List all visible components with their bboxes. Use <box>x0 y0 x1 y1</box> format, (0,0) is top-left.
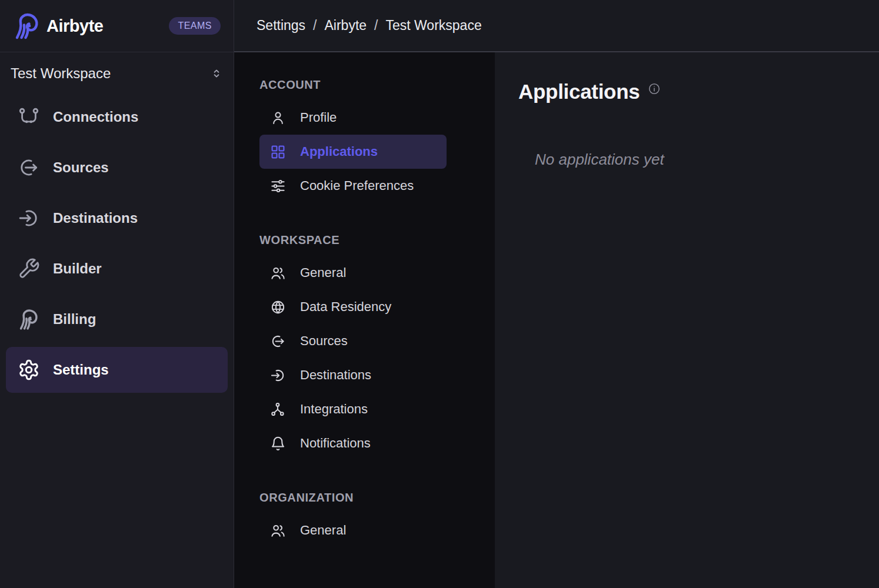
sidebar-item-label: Settings <box>53 362 109 378</box>
settings-item-label: Applications <box>300 144 378 159</box>
sidebar-item-destinations[interactable]: Destinations <box>6 195 228 241</box>
settings-item-applications[interactable]: Applications <box>259 135 447 169</box>
globe-icon <box>270 299 286 315</box>
settings-item-label: Cookie Preferences <box>300 178 414 193</box>
source-icon <box>270 333 286 349</box>
chevron-up-down-icon <box>210 67 223 80</box>
settings-item-cookie-preferences[interactable]: Cookie Preferences <box>259 169 447 203</box>
settings-item-workspace-general[interactable]: General <box>259 256 447 290</box>
section-title-workspace: WORKSPACE <box>259 233 495 247</box>
settings-section-organization: ORGANIZATION General <box>234 491 495 547</box>
brand-header[interactable]: Airbyte TEAMS <box>0 0 234 52</box>
airbyte-octopus-icon <box>18 308 40 330</box>
bell-icon <box>270 436 286 452</box>
breadcrumb-bar: Settings / Airbyte / Test Workspace <box>234 0 879 52</box>
empty-state-message: No applications yet <box>535 151 861 169</box>
section-title-account: ACCOUNT <box>259 78 495 92</box>
breadcrumb-test-workspace[interactable]: Test Workspace <box>385 18 481 34</box>
sidebar-item-label: Destinations <box>53 210 138 226</box>
settings-nav: ACCOUNT Profile Applications Cookie Pref… <box>234 52 495 588</box>
destination-icon <box>270 368 286 383</box>
workspace-name: Test Workspace <box>11 65 210 82</box>
settings-item-destinations[interactable]: Destinations <box>259 358 447 392</box>
main-content: Applications No applications yet <box>495 52 879 588</box>
breadcrumb-separator: / <box>313 18 317 34</box>
settings-item-label: General <box>300 523 346 538</box>
user-icon <box>270 110 286 126</box>
settings-item-organization-general[interactable]: General <box>259 513 447 547</box>
users-icon <box>270 523 286 539</box>
breadcrumb-settings[interactable]: Settings <box>257 18 305 34</box>
workspace-selector[interactable]: Test Workspace <box>7 59 227 88</box>
settings-item-label: General <box>300 265 346 280</box>
page-title: Applications <box>518 81 640 103</box>
right-pane: Settings / Airbyte / Test Workspace ACCO… <box>234 0 879 588</box>
sidebar-item-settings[interactable]: Settings <box>6 347 228 393</box>
gear-icon <box>18 359 40 381</box>
brand-name: Airbyte <box>46 16 103 36</box>
settings-item-label: Data Residency <box>300 299 391 315</box>
sidebar-nav: Connections Sources Destinations Builder… <box>0 94 234 397</box>
settings-item-data-residency[interactable]: Data Residency <box>259 290 447 324</box>
sidebar-item-billing[interactable]: Billing <box>6 296 228 342</box>
settings-section-account: ACCOUNT Profile Applications Cookie Pref… <box>234 78 495 203</box>
wrench-icon <box>18 258 40 280</box>
breadcrumb-airbyte[interactable]: Airbyte <box>325 18 367 34</box>
settings-item-profile[interactable]: Profile <box>259 101 447 135</box>
breadcrumb-separator: / <box>374 18 378 34</box>
sidebar-item-label: Connections <box>53 109 138 125</box>
settings-item-label: Sources <box>300 333 348 349</box>
info-icon[interactable] <box>648 82 661 95</box>
teams-badge: TEAMS <box>169 17 221 35</box>
sidebar-item-label: Billing <box>53 311 96 328</box>
sidebar-item-label: Builder <box>53 260 102 277</box>
users-icon <box>270 265 286 281</box>
sidebar-item-sources[interactable]: Sources <box>6 145 228 191</box>
settings-item-notifications[interactable]: Notifications <box>259 426 447 460</box>
sidebar-item-builder[interactable]: Builder <box>6 246 228 292</box>
sliders-icon <box>270 178 286 194</box>
sidebar-item-label: Sources <box>53 159 109 176</box>
app-window: Airbyte TEAMS Test Workspace Connections… <box>0 0 879 588</box>
settings-section-workspace: WORKSPACE General Data Residency Sources <box>234 233 495 460</box>
grid-icon <box>270 144 286 160</box>
settings-item-label: Destinations <box>300 368 371 383</box>
destination-icon <box>18 207 40 229</box>
settings-item-label: Profile <box>300 110 337 125</box>
airbyte-logo-icon <box>13 12 41 40</box>
settings-item-label: Integrations <box>300 402 368 417</box>
source-icon <box>18 156 40 179</box>
integrations-icon <box>270 402 286 417</box>
settings-item-label: Notifications <box>300 436 371 451</box>
main-sidebar: Airbyte TEAMS Test Workspace Connections… <box>0 0 234 588</box>
sidebar-item-connections[interactable]: Connections <box>6 94 228 140</box>
section-title-organization: ORGANIZATION <box>259 491 495 505</box>
connections-icon <box>18 106 40 128</box>
settings-item-sources[interactable]: Sources <box>259 324 447 358</box>
settings-item-integrations[interactable]: Integrations <box>259 392 447 426</box>
